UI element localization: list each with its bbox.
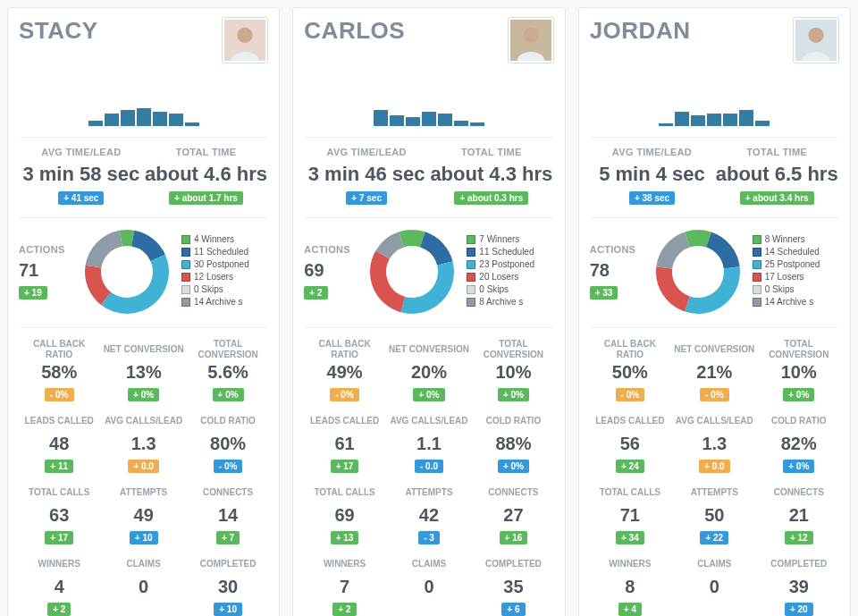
legend-text: 12 Losers [194,272,233,282]
legend-swatch [753,273,761,282]
metric-label: AVG CALLS/LEAD [103,410,183,432]
metric-cell: COLD RATIO 88%+ 0% [473,410,553,473]
total-time-delta: + about 3.4 hrs [740,191,814,205]
metric-label: ATTEMPTS [103,482,183,503]
legend-text: 8 Archive s [479,297,523,307]
legend-swatch [753,235,761,244]
actions-legend: 8 Winners 14 Scheduled 25 Postponed 17 L… [753,234,839,309]
metric-cell: LEADS CALLED 56+ 24 [590,410,670,473]
metric-cell: ATTEMPTS 49+ 10 [103,482,183,544]
metric-cell: CONNECTS 14+ 7 [188,482,268,544]
user-card: JORDAN AVG TIME/LEAD 5 min 4 sec + 38 se… [578,7,851,616]
legend-text: 0 Skips [765,284,795,294]
activity-sparkline [19,99,268,126]
metric-delta: + 34 [616,531,644,544]
avatar[interactable] [222,17,268,63]
metric-value: 58% [19,362,99,383]
legend-text: 11 Scheduled [194,247,248,257]
metric-delta: + 2 [47,603,71,616]
legend-swatch [753,260,761,269]
metric-label: CLAIMS [389,553,469,575]
metric-label: WINNERS [304,553,384,575]
metric-delta: + 0% [498,388,529,401]
metric-value: 1.1 [389,434,469,454]
metric-label: CALL BACK RATIO [590,339,670,360]
legend-text: 14 Archive s [765,297,813,307]
actions-delta: + 2 [304,286,327,300]
user-name: STACY [19,17,98,45]
legend-item: 12 Losers [181,272,268,282]
legend-swatch [181,273,190,282]
metric-cell: CLAIMS 0 [103,553,183,616]
avatar[interactable] [793,17,839,63]
user-card: STACY AVG TIME/LEAD 3 min 58 sec + 41 se… [7,7,280,616]
metric-value: 13% [103,362,183,383]
legend-item: 7 Winners [467,234,553,244]
metric-label: TOTAL CONVERSION [759,339,839,360]
metric-cell: CALL BACK RATIO 50%- 0% [590,339,670,401]
legend-swatch [467,285,475,294]
metric-delta: + 0% [783,460,814,473]
metric-value: 82% [759,434,839,454]
metric-value: 71 [590,505,670,526]
metric-delta: + 0% [128,388,159,401]
metric-delta: + 17 [45,531,73,544]
legend-item: 23 Postponed [467,259,553,269]
legend-item: 11 Scheduled [181,247,268,257]
metric-cell: COLD RATIO 82%+ 0% [759,410,839,473]
legend-item: 0 Skips [753,284,839,294]
metric-label: LEADS CALLED [19,410,99,432]
metric-cell: CONNECTS 21+ 12 [759,482,839,544]
metric-delta: + 7 [216,531,240,544]
legend-text: 25 Postponed [765,259,820,269]
avg-time-label: AVG TIME/LEAD [19,147,144,157]
actions-label: ACTIONS [19,244,72,255]
activity-sparkline [304,99,553,126]
actions-delta: + 19 [19,286,47,300]
metric-delta: + 10 [130,531,158,544]
metric-cell: AVG CALLS/LEAD 1.1- 0.0 [389,410,469,473]
metric-value: 5.6% [188,362,268,383]
metric-value: 10% [473,362,553,383]
activity-sparkline [590,99,839,126]
actions-donut [78,227,176,316]
total-time-delta: + about 1.7 hrs [169,191,243,205]
total-time-value: about 4.3 hrs [429,163,554,186]
metric-label: LEADS CALLED [304,410,384,432]
metric-delta: + 13 [331,531,359,544]
legend-text: 17 Losers [765,272,804,282]
metric-cell: WINNERS 4+ 2 [19,553,99,616]
legend-swatch [753,298,761,307]
legend-item: 0 Skips [467,284,553,294]
user-name: JORDAN [590,17,691,45]
actions-legend: 7 Winners 11 Scheduled 23 Postponed 20 L… [467,234,553,309]
metric-delta: - 0.0 [415,460,443,473]
metric-label: COLD RATIO [759,410,839,432]
metric-value: 50 [674,505,754,526]
metric-label: NET CONVERSION [103,339,183,360]
metric-label: CONNECTS [759,482,839,503]
metric-label: NET CONVERSION [389,339,469,360]
actions-donut [363,227,461,316]
metric-delta: + 2 [332,603,356,616]
metric-label: WINNERS [590,553,670,575]
metric-cell: TOTAL CONVERSION 10%+ 0% [473,339,553,401]
metric-delta: + 0% [413,388,444,401]
avatar[interactable] [508,17,554,63]
user-card: CARLOS AVG TIME/LEAD 3 min 46 sec + 7 se… [292,7,565,616]
avg-time-delta: + 7 sec [346,191,387,205]
legend-swatch [181,248,190,257]
avg-time-delta: + 41 sec [58,191,104,205]
metric-label: CALL BACK RATIO [19,339,99,360]
metric-cell: AVG CALLS/LEAD 1.3+ 0.0 [103,410,183,473]
metric-value: 27 [473,505,553,526]
actions-value: 71 [19,260,72,281]
legend-swatch [753,248,761,257]
metric-value: 56 [590,434,670,454]
metric-delta: + 0.0 [128,460,159,473]
metric-value: 49 [103,505,183,526]
metric-label: TOTAL CALLS [19,482,99,503]
metric-cell: ATTEMPTS 50+ 22 [674,482,754,544]
metric-value: 10% [759,362,839,383]
metric-value: 35 [473,577,553,597]
